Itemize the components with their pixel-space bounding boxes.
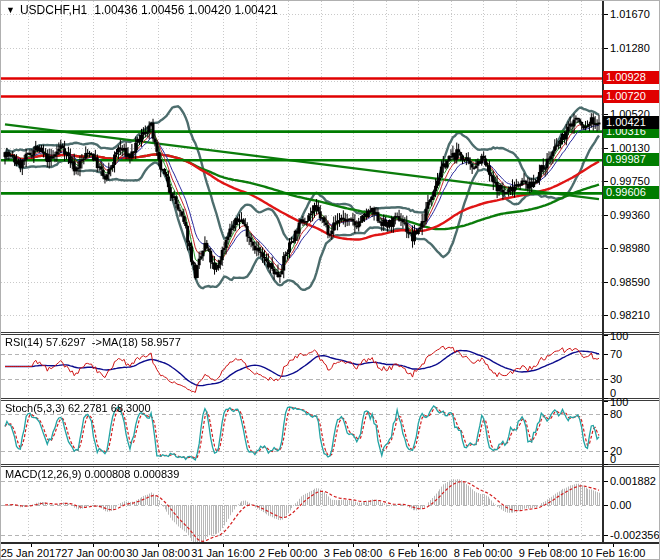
rsi-tick-label: 100 [610,330,628,342]
price-tick-label: 0.98590 [610,276,650,288]
price-axis-tick [604,248,608,249]
macd-axis-tick [604,481,608,482]
quote-ohlc-label: 1.00436 1.00456 1.00420 1.00421 [94,3,278,17]
time-axis-label: 27 Jan 00:00 [61,547,125,559]
price-tick-label: 0.98210 [610,309,650,321]
resistance-price-label: 1.00720 [603,90,660,103]
symbol-dropdown-icon[interactable]: ▼ [6,5,15,15]
price-axis-tick [604,48,608,49]
price-axis-tick [604,315,608,316]
macd-tick-label: -0.002356 [610,529,660,541]
resistance-price-label: 1.00928 [603,71,660,84]
time-axis-label: 10 Feb 16:00 [581,547,646,559]
stoch-axis-tick [604,451,608,452]
macd-indicator-label: MACD(12,26,9) 0.000808 0.000839 [5,468,179,480]
time-axis-label: 2 Feb 00:00 [259,547,318,559]
macd-axis-tick [604,535,608,536]
price-tick-label: 1.01670 [610,8,650,20]
stoch-tick-label: 80 [610,408,622,420]
rsi-tick-label: 30 [610,373,622,385]
time-axis-label: 9 Feb 08:00 [519,547,578,559]
price-tick-label: 1.00130 [610,142,650,154]
time-axis-label: 25 Jan 2017 [1,547,62,559]
macd-tick-label: 0.001882 [610,475,656,487]
rsi-axis-tick [604,335,608,336]
price-axis-tick [604,181,608,182]
support-price-label: 0.99606 [603,186,660,199]
stoch-axis-tick [604,414,608,415]
price-axis-tick [604,282,608,283]
time-axis-label: 8 Feb 00:00 [454,547,513,559]
stoch-indicator-label: Stoch(5,3,3) 62.2781 68.3000 [5,402,151,414]
stoch-axis-tick [604,401,608,402]
macd-axis-tick [604,505,608,506]
time-axis-line [1,542,660,544]
stoch-axis-tick [604,464,608,465]
time-axis-label: 31 Jan 16:00 [191,547,255,559]
stoch-tick-label: 0 [610,453,616,465]
rsi-indicator-label: RSI(14) 57.6297 ->MA(18) 58.9577 [5,336,181,348]
chart-window: ▼USDCHF,H11.00436 1.00456 1.00420 1.0042… [0,0,660,560]
price-tick-label: 0.99360 [610,209,650,221]
time-axis-label: 3 Feb 08:00 [324,547,383,559]
macd-tick-label: 0.00 [610,499,631,511]
price-tick-label: 0.98980 [610,242,650,254]
time-axis-label: 30 Jan 08:00 [126,547,190,559]
stoch-tick-label: 100 [610,396,628,408]
price-axis-tick [604,14,608,15]
rsi-axis-tick [604,354,608,355]
chart-title: ▼USDCHF,H11.00436 1.00456 1.00420 1.0042… [6,3,278,17]
current-price-label: 1.00421 [603,116,660,129]
rsi-axis-tick [604,398,608,399]
time-axis-label: 6 Feb 16:00 [389,547,448,559]
price-axis-tick [604,148,608,149]
rsi-tick-label: 70 [610,348,622,360]
main-chart-canvas[interactable] [1,1,602,332]
price-tick-label: 0.99750 [610,175,650,187]
symbol-label: USDCHF,H1 [20,3,87,17]
support-price-label: 0.99987 [603,153,660,166]
rsi-axis-tick [604,379,608,380]
price-tick-label: 1.01280 [610,42,650,54]
price-axis-tick [604,215,608,216]
